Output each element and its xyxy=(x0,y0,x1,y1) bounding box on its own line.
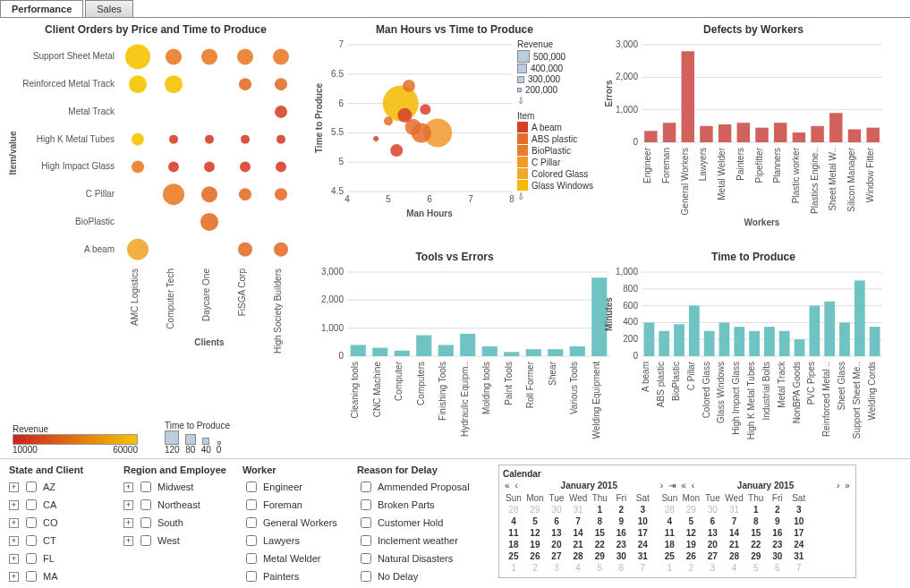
calendar-day[interactable]: 31 xyxy=(723,504,744,516)
cal-prev-month-icon[interactable]: ‹ xyxy=(513,481,519,490)
filter-item[interactable]: Natural Disasters xyxy=(357,550,482,567)
calendar-day[interactable]: 5 xyxy=(589,562,610,574)
cal-next-year-icon[interactable]: » xyxy=(843,481,852,490)
calendar-day[interactable]: 21 xyxy=(567,539,589,550)
expand-icon[interactable]: + xyxy=(9,536,19,546)
calendar-day[interactable]: 3 xyxy=(702,562,723,574)
calendar-day[interactable]: 9 xyxy=(767,516,788,527)
filter-checkbox[interactable] xyxy=(246,517,257,528)
calendar-day[interactable]: 3 xyxy=(788,504,810,516)
expand-icon[interactable]: + xyxy=(9,572,19,582)
cal-link-icon[interactable]: ⇥ xyxy=(667,481,677,490)
calendar-day[interactable]: 12 xyxy=(524,527,546,539)
calendar-day[interactable]: 19 xyxy=(524,539,546,550)
expand-icon[interactable]: + xyxy=(123,536,133,546)
expand-icon[interactable]: + xyxy=(9,500,19,510)
filter-item[interactable]: +CA xyxy=(9,497,107,513)
calendar-day[interactable]: 20 xyxy=(702,539,723,550)
filter-checkbox[interactable] xyxy=(26,517,37,528)
calendar-day[interactable]: 28 xyxy=(659,504,680,516)
calendar-day[interactable]: 1 xyxy=(589,504,610,516)
filter-checkbox[interactable] xyxy=(26,481,37,492)
expand-icon[interactable]: + xyxy=(9,554,19,564)
expand-icon[interactable]: + xyxy=(123,482,133,492)
filter-item[interactable]: Foreman xyxy=(242,497,341,513)
calendar-day[interactable]: 14 xyxy=(723,527,744,539)
filter-checkbox[interactable] xyxy=(246,481,257,492)
calendar-grid[interactable]: SunMonTueWedThuFriSat2829303112345678910… xyxy=(503,492,653,574)
calendar-day[interactable]: 6 xyxy=(610,562,632,574)
calendar-day[interactable]: 24 xyxy=(788,539,810,550)
calendar-day[interactable]: 11 xyxy=(503,527,524,539)
filter-item[interactable]: Painters xyxy=(242,568,341,584)
filter-item[interactable]: +CT xyxy=(9,533,107,549)
calendar-day[interactable]: 7 xyxy=(632,562,653,574)
calendar-day[interactable]: 5 xyxy=(524,516,546,527)
filter-checkbox[interactable] xyxy=(26,535,37,546)
filter-item[interactable]: +West xyxy=(123,533,226,549)
filter-item[interactable]: Customer Hold xyxy=(357,515,482,531)
calendar-day[interactable]: 19 xyxy=(680,539,702,550)
calendar-day[interactable]: 16 xyxy=(610,527,632,539)
calendar-day[interactable]: 8 xyxy=(589,516,610,527)
calendar-day[interactable]: 30 xyxy=(767,550,788,562)
calendar-day[interactable]: 2 xyxy=(610,504,632,516)
calendar-day[interactable]: 6 xyxy=(546,516,567,527)
calendar-day[interactable]: 30 xyxy=(610,550,632,562)
filter-checkbox[interactable] xyxy=(140,535,151,546)
filter-checkbox[interactable] xyxy=(361,571,371,582)
calendar-day[interactable]: 26 xyxy=(524,550,546,562)
calendar-day[interactable]: 30 xyxy=(702,504,723,516)
filter-item[interactable]: +South xyxy=(123,515,226,531)
calendar-day[interactable]: 17 xyxy=(788,527,810,539)
calendar-day[interactable]: 29 xyxy=(589,550,610,562)
filter-checkbox[interactable] xyxy=(361,535,371,546)
filter-item[interactable]: No Delay xyxy=(357,568,482,584)
calendar-day[interactable]: 12 xyxy=(680,527,702,539)
calendar-day[interactable]: 3 xyxy=(632,504,653,516)
expand-icon[interactable]: + xyxy=(123,500,133,510)
calendar-day[interactable]: 29 xyxy=(524,504,546,516)
calendar-day[interactable]: 9 xyxy=(610,516,632,527)
calendar-day[interactable]: 21 xyxy=(723,539,744,550)
calendar-day[interactable]: 2 xyxy=(524,562,546,574)
filter-item[interactable]: +Northeast xyxy=(123,497,226,513)
calendar-day[interactable]: 13 xyxy=(702,527,723,539)
calendar-day[interactable]: 29 xyxy=(680,504,702,516)
calendar-day[interactable]: 5 xyxy=(680,516,702,527)
cal-prev-month-icon[interactable]: ‹ xyxy=(690,481,696,490)
calendar-day[interactable]: 25 xyxy=(503,550,524,562)
calendar-day[interactable]: 22 xyxy=(745,539,767,550)
calendar-day[interactable]: 26 xyxy=(680,550,702,562)
calendar-day[interactable]: 23 xyxy=(767,539,788,550)
filter-item[interactable]: +CO xyxy=(9,515,107,531)
filter-checkbox[interactable] xyxy=(140,481,151,492)
calendar-day[interactable]: 24 xyxy=(632,539,653,550)
expand-icon[interactable]: + xyxy=(123,518,133,528)
filter-item[interactable]: +Midwest xyxy=(123,479,226,495)
expand-icon[interactable]: + xyxy=(9,518,19,528)
calendar-day[interactable]: 27 xyxy=(546,550,567,562)
calendar-day[interactable]: 17 xyxy=(632,527,653,539)
filter-item[interactable]: +AZ xyxy=(9,479,107,495)
filter-checkbox[interactable] xyxy=(26,571,37,582)
calendar-day[interactable]: 16 xyxy=(767,527,788,539)
calendar-day[interactable]: 28 xyxy=(503,504,524,516)
calendar-day[interactable]: 13 xyxy=(546,527,567,539)
calendar-day[interactable]: 14 xyxy=(567,527,589,539)
tab-sales[interactable]: Sales xyxy=(85,0,133,17)
calendar-day[interactable]: 18 xyxy=(659,539,680,550)
calendar-day[interactable]: 31 xyxy=(788,550,810,562)
calendar-day[interactable]: 7 xyxy=(788,562,810,574)
tab-performance[interactable]: Performance xyxy=(0,0,83,17)
calendar-day[interactable]: 2 xyxy=(767,504,788,516)
cal-next-month-icon[interactable]: › xyxy=(835,481,841,490)
filter-checkbox[interactable] xyxy=(26,499,37,510)
legend-scroll-icon[interactable]: ⇩ xyxy=(517,96,524,106)
calendar-day[interactable]: 28 xyxy=(723,550,744,562)
filter-checkbox[interactable] xyxy=(246,499,257,510)
filter-item[interactable]: Lawyers xyxy=(242,533,341,549)
filter-checkbox[interactable] xyxy=(140,499,151,510)
calendar-day[interactable]: 31 xyxy=(567,504,589,516)
calendar-day[interactable]: 4 xyxy=(567,562,589,574)
